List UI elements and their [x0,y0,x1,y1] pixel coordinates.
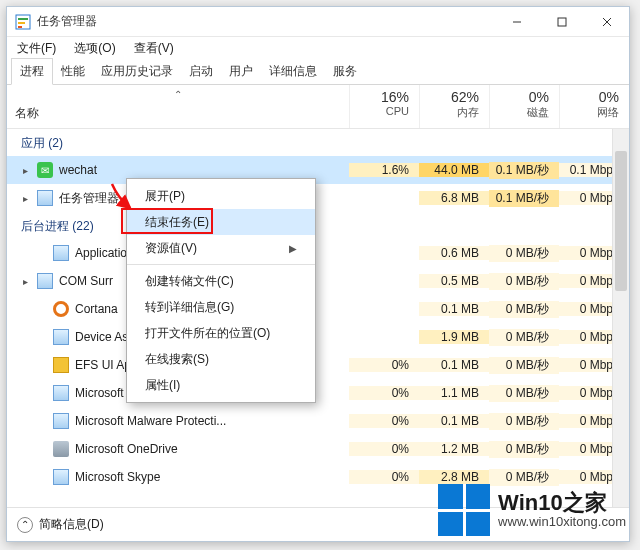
close-button[interactable] [584,7,629,37]
tab-processes[interactable]: 进程 [11,58,53,85]
cell-mem: 1.1 MB [419,386,489,400]
context-menu-item[interactable]: 创建转储文件(C) [127,268,315,294]
expand-chevron-icon[interactable] [35,247,47,259]
process-row[interactable]: ▸✉wechat1.6%44.0 MB0.1 MB/秒0.1 Mbps [7,156,629,184]
context-menu: 展开(P)结束任务(E)资源值(V)▶创建转储文件(C)转到详细信息(G)打开文… [126,178,316,403]
net-label: 网络 [560,105,619,120]
process-row[interactable]: ▸COM Surr0.5 MB0 MB/秒0 Mbps [7,267,629,295]
watermark: Win10之家 www.win10xitong.com [438,484,626,536]
chevron-up-icon[interactable]: ⌃ [17,517,33,533]
process-row[interactable]: Microsoft OneDrive0%1.2 MB0 MB/秒0 Mbps [7,435,629,463]
app-icon [15,14,31,30]
cell-mem: 6.8 MB [419,191,489,205]
submenu-arrow-icon: ▶ [289,243,297,254]
expand-chevron-icon[interactable] [35,471,47,483]
footer-label[interactable]: 简略信息(D) [39,516,104,533]
window-title: 任务管理器 [37,13,97,30]
watermark-url: www.win10xitong.com [498,515,626,530]
process-row[interactable]: EFS UI Application0%0.1 MB0 MB/秒0 Mbps [7,351,629,379]
tab-apphistory[interactable]: 应用历史记录 [93,59,181,84]
expand-chevron-icon[interactable] [35,359,47,371]
context-menu-item[interactable]: 打开文件所在的位置(O) [127,320,315,346]
process-row[interactable]: Cortana0.1 MB0 MB/秒0 Mbps [7,295,629,323]
efs-icon [53,357,69,373]
cell-disk: 0 MB/秒 [489,357,559,374]
column-network[interactable]: 0% 网络 [559,85,629,128]
cell-mem: 0.5 MB [419,274,489,288]
menu-file[interactable]: 文件(F) [13,38,60,59]
tab-services[interactable]: 服务 [325,59,365,84]
app-generic-icon [37,273,53,289]
maximize-button[interactable] [539,7,584,37]
scrollbar-thumb[interactable] [615,151,627,291]
column-disk[interactable]: 0% 磁盘 [489,85,559,128]
column-name[interactable]: ⌃ 名称 [7,85,349,128]
expand-chevron-icon[interactable]: ▸ [19,192,31,204]
column-header: ⌃ 名称 16% CPU 62% 内存 0% 磁盘 0% 网络 [7,85,629,129]
cell-mem: 0.1 MB [419,358,489,372]
cell-mem: 0.1 MB [419,302,489,316]
cell-cpu: 1.6% [349,163,419,177]
cell-disk: 0 MB/秒 [489,413,559,430]
process-list: 应用 (2)▸✉wechat1.6%44.0 MB0.1 MB/秒0.1 Mbp… [7,129,629,509]
process-name-label: Cortana [75,302,118,316]
process-name-label: Microsoft Malware Protecti... [75,414,226,428]
minimize-button[interactable] [494,7,539,37]
context-menu-item[interactable]: 在线搜索(S) [127,346,315,372]
tab-startup[interactable]: 启动 [181,59,221,84]
expand-chevron-icon[interactable] [35,303,47,315]
app-generic-icon [53,413,69,429]
context-menu-item[interactable]: 展开(P) [127,183,315,209]
expand-chevron-icon[interactable] [35,387,47,399]
cell-disk: 0 MB/秒 [489,329,559,346]
context-menu-item[interactable]: 转到详细信息(G) [127,294,315,320]
context-menu-item[interactable]: 资源值(V)▶ [127,235,315,261]
tabstrip: 进程 性能 应用历史记录 启动 用户 详细信息 服务 [7,59,629,85]
mem-label: 内存 [420,105,479,120]
svg-rect-1 [18,18,28,20]
process-row[interactable]: Microsoft Malware Protecti...0%0.1 MB0 M… [7,407,629,435]
cortana-icon [53,301,69,317]
task-manager-window: 任务管理器 文件(F) 选项(O) 查看(V) 进程 性能 应用历史记录 启动 … [6,6,630,542]
menu-view[interactable]: 查看(V) [130,38,178,59]
expand-chevron-icon[interactable] [35,331,47,343]
cell-cpu: 0% [349,386,419,400]
svg-rect-5 [558,18,566,26]
cell-cpu: 0% [349,414,419,428]
cell-disk: 0 MB/秒 [489,301,559,318]
svg-rect-2 [18,22,25,24]
tab-performance[interactable]: 性能 [53,59,93,84]
expand-chevron-icon[interactable] [35,443,47,455]
expand-chevron-icon[interactable] [35,415,47,427]
column-memory[interactable]: 62% 内存 [419,85,489,128]
cell-disk: 0.1 MB/秒 [489,162,559,179]
context-menu-item[interactable]: 结束任务(E) [127,209,315,235]
process-row[interactable]: Microsoft IME0%1.1 MB0 MB/秒0 Mbps [7,379,629,407]
tab-details[interactable]: 详细信息 [261,59,325,84]
tab-users[interactable]: 用户 [221,59,261,84]
svg-rect-3 [18,26,22,28]
cpu-label: CPU [350,105,409,117]
process-name-cell: Microsoft Malware Protecti... [7,413,349,429]
app-generic-icon [37,190,53,206]
disk-usage-pct: 0% [490,89,549,105]
process-name-cell: ▸✉wechat [7,162,349,178]
cell-mem: 0.6 MB [419,246,489,260]
process-row[interactable]: Device Ass1.9 MB0 MB/秒0 Mbps [7,323,629,351]
menu-options[interactable]: 选项(O) [70,38,119,59]
cell-disk: 0 MB/秒 [489,469,559,486]
cell-mem: 0.1 MB [419,414,489,428]
menu-item-label: 资源值(V) [145,240,197,257]
column-cpu[interactable]: 16% CPU [349,85,419,128]
watermark-title: Win10之家 [498,490,626,515]
cell-cpu: 0% [349,470,419,484]
vertical-scrollbar[interactable] [612,129,629,509]
cell-cpu: 0% [349,442,419,456]
wechat-icon: ✉ [37,162,53,178]
titlebar: 任务管理器 [7,7,629,37]
expand-chevron-icon[interactable]: ▸ [19,275,31,287]
process-row[interactable]: Application0.6 MB0 MB/秒0 Mbps [7,239,629,267]
expand-chevron-icon[interactable]: ▸ [19,164,31,176]
process-row[interactable]: ▸任务管理器6.8 MB0.1 MB/秒0 Mbps [7,184,629,212]
context-menu-item[interactable]: 属性(I) [127,372,315,398]
